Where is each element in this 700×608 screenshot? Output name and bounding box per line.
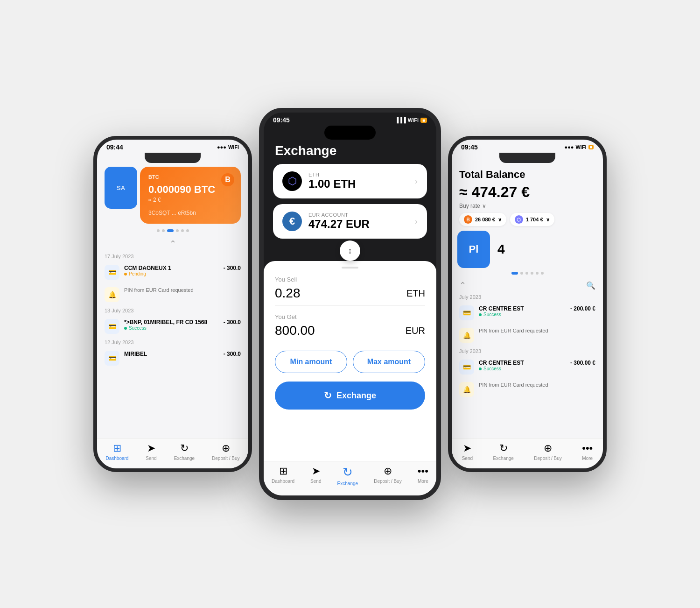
send-label-center: Send	[310, 479, 321, 484]
left-trans-1: 💳 CCM DAGNEUX 1 Pending - 300.0	[97, 261, 248, 283]
min-amount-button[interactable]: Min amount	[275, 351, 347, 373]
left-blue-card[interactable]: SA	[105, 167, 137, 209]
right-trans-3: 💳 CR CENTRE EST Success - 300.00 €	[452, 356, 603, 378]
left-trans-3: 💳 *>BNP, 01MIRIBEL, FR CD 1568 Success -…	[97, 315, 248, 338]
right-blue-card[interactable]: Pl	[457, 231, 490, 268]
pending-dot	[124, 273, 127, 276]
dashboard-label-left: Dashboard	[105, 456, 128, 461]
more-icon-center: •••	[418, 465, 428, 477]
center-nav-send[interactable]: ➤ Send	[310, 465, 321, 486]
you-sell-row[interactable]: 0.28 ETH	[275, 286, 425, 306]
deposit-icon-center: ⊕	[384, 465, 392, 477]
left-status-icons: ●●● WiFi	[217, 144, 239, 150]
deposit-label-center: Deposit / Buy	[374, 479, 401, 484]
right-trans-details-1: CR CENTRE EST Success	[479, 305, 566, 317]
right-blue-card-label: Pl	[469, 243, 479, 255]
right-trans-name-2: CR CENTRE EST	[479, 360, 566, 366]
right-success-dot-1	[479, 313, 482, 316]
eur-card-inner: € EUR ACCOUNT 474.27 EUR	[282, 212, 370, 231]
deposit-label-left: Deposit / Buy	[212, 456, 239, 461]
buy-rate-row[interactable]: Buy rate ∨	[452, 202, 603, 210]
eth-icon: ⬡	[282, 171, 302, 191]
right-dot-4	[531, 272, 533, 275]
center-signal-icon: ▐▐▐	[395, 117, 406, 123]
btc-pill-icon: B	[464, 215, 472, 224]
btc-eur: ≈ 2 €	[148, 197, 232, 203]
right-trans-details-2: CR CENTRE EST Success	[479, 360, 566, 371]
send-label-right: Send	[462, 456, 473, 461]
left-nav-exchange[interactable]: ↻ Exchange	[174, 442, 195, 461]
right-dot-6	[541, 272, 544, 275]
center-nav-exchange[interactable]: ↻ Exchange	[337, 465, 358, 486]
btc-label: BTC	[148, 174, 232, 180]
right-trans-desc-1: PIN from EUR Card requested	[479, 328, 548, 333]
eur-value: 474.27 EUR	[308, 218, 370, 231]
trans-card-icon-3: 💳	[105, 351, 119, 366]
right-nav-send[interactable]: ➤ Send	[462, 442, 473, 461]
left-date-2: 13 July 2023	[97, 306, 248, 315]
left-nav-send[interactable]: ➤ Send	[146, 442, 156, 461]
eur-card[interactable]: € EUR ACCOUNT 474.27 EUR ›	[273, 204, 427, 239]
right-bell-2: 🔔	[459, 382, 474, 397]
btc-amount: 0.000090 BTC	[148, 184, 232, 196]
eth-card-inner: ⬡ ETH 1.00 ETH	[282, 171, 356, 191]
eth-card[interactable]: ⬡ ETH 1.00 ETH ›	[273, 164, 427, 198]
eth-pill-icon: ⬡	[515, 215, 523, 224]
eur-chevron: ›	[415, 217, 418, 226]
center-nav-deposit[interactable]: ⊕ Deposit / Buy	[374, 465, 401, 486]
exchange-btn-label: Exchange	[336, 391, 376, 401]
eth-pill[interactable]: ⬡ 1 704 € ∨	[510, 213, 554, 226]
eth-pill-value: 1 704 €	[526, 217, 543, 222]
exchange-icon-right: ↻	[499, 442, 508, 454]
you-sell-value: 0.28	[275, 286, 301, 301]
btc-pill[interactable]: B 26 080 € ∨	[459, 213, 506, 226]
left-card-dots	[97, 229, 248, 232]
success-dot-1	[124, 327, 127, 330]
center-nav-more[interactable]: ••• More	[418, 465, 428, 486]
right-nav-deposit[interactable]: ⊕ Deposit / Buy	[534, 442, 561, 461]
left-date-3: 12 July 2023	[97, 338, 248, 347]
dot-5	[181, 229, 184, 232]
right-nav-more[interactable]: ••• More	[582, 442, 593, 461]
center-nav-dashboard[interactable]: ⊞ Dashboard	[272, 465, 294, 486]
right-nav-exchange[interactable]: ↻ Exchange	[493, 442, 513, 461]
trans-details-3: MIRIBEL	[124, 351, 219, 357]
right-phone: 09:45 ●●● WiFi ■ Total Balance ≈ 474.27 …	[448, 136, 607, 472]
exchange-button[interactable]: ↻ Exchange	[275, 382, 425, 410]
left-nav-deposit[interactable]: ⊕ Deposit / Buy	[212, 442, 239, 461]
left-date-1: 17 July 2023	[97, 252, 248, 261]
you-get-row[interactable]: 800.00 EUR	[275, 323, 425, 343]
search-icon-right[interactable]: 🔍	[586, 281, 595, 290]
amount-buttons: Min amount Max amount	[275, 351, 425, 373]
swap-button[interactable]: ↕	[340, 240, 360, 261]
trans-details-1: CCM DAGNEUX 1 Pending	[124, 265, 219, 276]
right-dot-3	[525, 272, 528, 275]
dot-4	[176, 229, 179, 232]
more-label-center: More	[418, 479, 428, 484]
exchange-label-left: Exchange	[174, 456, 195, 461]
exchange-btn-icon: ↻	[324, 390, 332, 401]
max-amount-button[interactable]: Max amount	[353, 351, 425, 373]
center-status-icons: ▐▐▐ WiFi ■	[395, 117, 427, 123]
right-battery-icon: ■	[588, 145, 594, 149]
left-nav-dashboard[interactable]: ⊞ Dashboard	[105, 442, 128, 461]
you-sell-currency: ETH	[406, 288, 425, 299]
right-bell-1: 🔔	[459, 328, 474, 343]
visa-label: SA	[117, 184, 125, 191]
trans-name-1: CCM DAGNEUX 1	[124, 265, 219, 271]
right-trans-name-1: CR CENTRE EST	[479, 305, 566, 312]
eur-info: EUR ACCOUNT 474.27 EUR	[308, 212, 370, 231]
center-time: 09:45	[273, 116, 290, 124]
exchange-label-right: Exchange	[493, 456, 513, 461]
eth-chevron: ›	[415, 177, 418, 186]
trans-desc-1: PIN from EUR Card requested	[124, 287, 194, 293]
left-cards-preview: SA BTC B 0.000090 BTC ≈ 2 € 3CoSQT ... e…	[97, 167, 248, 224]
right-cards-row: Pl 4	[452, 231, 603, 268]
left-status-bar: 09:44 ●●● WiFi	[97, 140, 248, 153]
deposit-label-right: Deposit / Buy	[534, 456, 561, 461]
scene: 09:44 ●●● WiFi SA BTC B 0.000090 BTC ≈	[93, 47, 607, 561]
dot-6	[186, 229, 189, 232]
btc-card[interactable]: BTC B 0.000090 BTC ≈ 2 € 3CoSQT ... eRt5…	[140, 167, 241, 224]
total-balance-title: Total Balance	[452, 167, 603, 183]
you-sell-label: You Sell	[275, 276, 425, 283]
